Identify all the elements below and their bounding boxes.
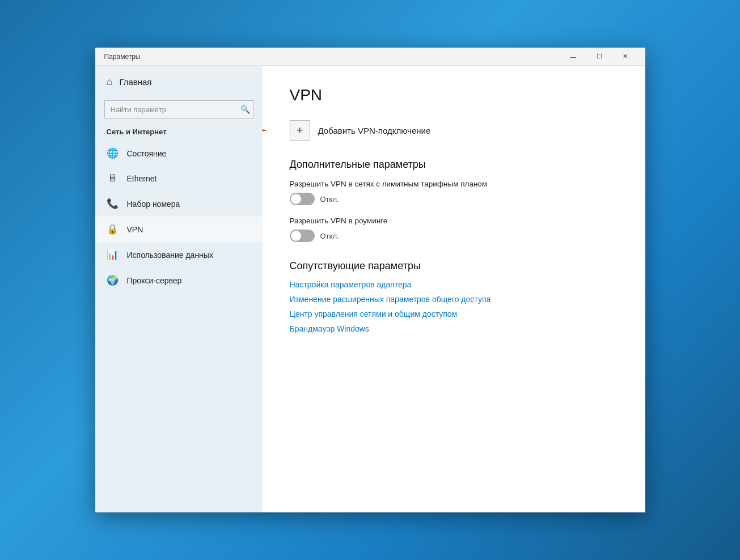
sidebar-item-home[interactable]: ⌂ Главная — [95, 66, 263, 98]
home-label: Главная — [119, 77, 151, 87]
sidebar-item-ethernet[interactable]: 🖥 Ethernet — [95, 166, 263, 191]
related-link-network-center[interactable]: Центр управления сетями и общим доступом — [290, 309, 618, 319]
maximize-button[interactable]: ☐ — [586, 48, 612, 66]
window-title: Параметры — [104, 53, 141, 61]
dialup-icon: 📞 — [107, 198, 119, 210]
close-button[interactable]: ✕ — [612, 48, 638, 66]
toggle2-knob — [291, 231, 301, 241]
toggle2-state: Откл. — [320, 232, 339, 240]
vpn-icon: 🔒 — [107, 223, 119, 235]
home-icon: ⌂ — [107, 76, 113, 88]
search-input[interactable] — [104, 100, 253, 118]
toggle1-switch[interactable] — [290, 193, 315, 205]
minimize-button[interactable]: — — [560, 48, 586, 66]
toggle2-container: Откл. — [290, 230, 618, 242]
settings-window: Параметры — ☐ ✕ ⌂ Главная 🔍 Сеть и Интер… — [95, 48, 645, 512]
sidebar-item-dialup[interactable]: 📞 Набор номера — [95, 191, 263, 217]
search-box: 🔍 — [104, 100, 253, 118]
section-title: Сеть и Интернет — [95, 125, 263, 141]
svg-marker-1 — [263, 127, 267, 134]
sidebar-item-data-usage[interactable]: 📊 Использование данных — [95, 242, 263, 268]
toggle1-state: Откл. — [320, 195, 339, 203]
sidebar-item-vpn[interactable]: 🔒 VPN — [95, 217, 263, 242]
related-link-adapter[interactable]: Настройка параметров адаптера — [290, 280, 618, 289]
title-bar: Параметры — ☐ ✕ — [95, 48, 645, 66]
status-icon: 🌐 — [107, 147, 119, 159]
toggle-metered-network: Разрешить VPN в сетях с лимитным тарифны… — [290, 180, 618, 205]
add-vpn-arrow-icon — [263, 124, 268, 137]
main-content: VPN + Добавить VPN-подключение Дополните… — [263, 66, 645, 512]
toggle1-knob — [291, 194, 301, 204]
related-link-firewall[interactable]: Брандмауэр Windows — [290, 324, 618, 333]
sidebar-item-proxy[interactable]: 🌍 Прокси-сервер — [95, 268, 263, 293]
window-content: ⌂ Главная 🔍 Сеть и Интернет 🌐 Состояние … — [95, 66, 645, 512]
page-title: VPN — [290, 86, 618, 104]
plus-icon-box: + — [290, 120, 310, 141]
advanced-section-title: Дополнительные параметры — [290, 159, 618, 171]
toggle2-description: Разрешить VPN в роуминге — [290, 217, 618, 225]
related-section: Сопутствующие параметры Настройка параме… — [290, 260, 618, 333]
plus-icon: + — [297, 124, 303, 137]
sidebar: ⌂ Главная 🔍 Сеть и Интернет 🌐 Состояние … — [95, 66, 263, 512]
toggle1-container: Откл. — [290, 193, 618, 205]
proxy-icon: 🌍 — [107, 274, 119, 286]
sidebar-item-status[interactable]: 🌐 Состояние — [95, 141, 263, 166]
toggle-roaming: Разрешить VPN в роуминге Откл. — [290, 217, 618, 242]
search-icon[interactable]: 🔍 — [240, 105, 250, 114]
related-section-title: Сопутствующие параметры — [290, 260, 618, 272]
toggle2-switch[interactable] — [290, 230, 315, 242]
data-usage-icon: 📊 — [107, 249, 119, 261]
toggle1-description: Разрешить VPN в сетях с лимитным тарифны… — [290, 180, 618, 188]
add-vpn-button[interactable]: + Добавить VPN-подключение — [290, 120, 618, 141]
ethernet-icon: 🖥 — [107, 173, 119, 184]
window-controls: — ☐ ✕ — [560, 48, 638, 66]
add-vpn-label: Добавить VPN-подключение — [318, 126, 431, 135]
related-link-sharing[interactable]: Изменение расширенных параметров общего … — [290, 295, 618, 304]
